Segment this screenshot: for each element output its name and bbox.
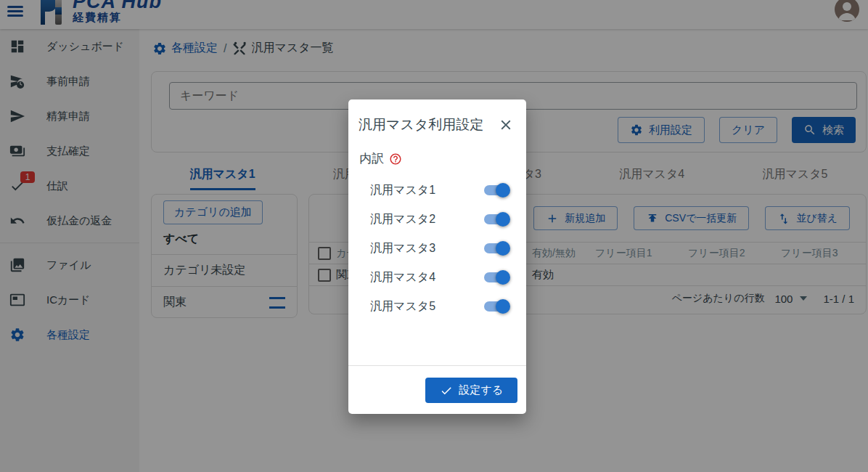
submit-label: 設定する bbox=[459, 383, 503, 397]
toggle-row-master-3: 汎用マスタ3 bbox=[348, 234, 526, 263]
app-root: PCA Hub 経費精算 ダッシュボード 事前申請 精算申請 支払確定 bbox=[0, 0, 868, 472]
toggle-switch-master-2[interactable] bbox=[484, 212, 510, 227]
toggle-row-master-4: 汎用マスタ4 bbox=[348, 263, 526, 292]
toggle-list: 汎用マスタ1 汎用マスタ2 汎用マスタ3 汎用マスタ4 汎用マスタ5 bbox=[348, 167, 526, 321]
usage-settings-modal: 汎用マスタ利用設定 内訳 汎用マスタ1 汎用マスタ2 汎用マスタ3 汎用 bbox=[348, 99, 526, 414]
check-icon bbox=[440, 384, 453, 397]
modal-section-title: 内訳 bbox=[359, 150, 384, 167]
submit-button[interactable]: 設定する bbox=[425, 378, 517, 403]
toggle-row-master-1: 汎用マスタ1 bbox=[348, 176, 526, 205]
modal-footer: 設定する bbox=[348, 365, 526, 414]
toggle-label: 汎用マスタ2 bbox=[370, 212, 435, 227]
modal-title: 汎用マスタ利用設定 bbox=[359, 115, 483, 134]
toggle-label: 汎用マスタ3 bbox=[370, 241, 435, 256]
toggle-row-master-5: 汎用マスタ5 bbox=[348, 292, 526, 321]
close-icon[interactable] bbox=[497, 116, 515, 134]
toggle-label: 汎用マスタ5 bbox=[370, 299, 435, 314]
help-icon[interactable] bbox=[389, 152, 402, 166]
toggle-switch-master-3[interactable] bbox=[484, 241, 510, 256]
toggle-switch-master-4[interactable] bbox=[484, 270, 510, 285]
toggle-row-master-2: 汎用マスタ2 bbox=[348, 205, 526, 234]
toggle-label: 汎用マスタ1 bbox=[370, 183, 435, 198]
toggle-switch-master-5[interactable] bbox=[484, 299, 510, 314]
toggle-switch-master-1[interactable] bbox=[484, 183, 510, 198]
toggle-label: 汎用マスタ4 bbox=[370, 270, 435, 285]
